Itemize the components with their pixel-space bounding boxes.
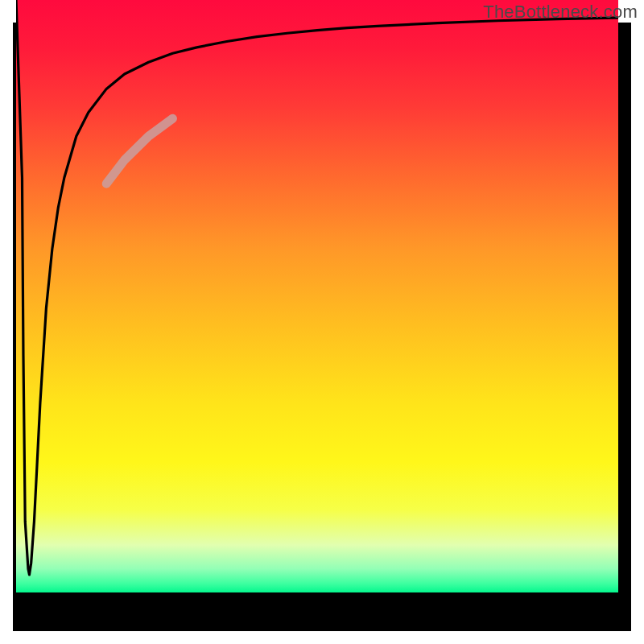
plot-area (16, 0, 618, 592)
highlight-segment (106, 118, 172, 184)
watermark-text: TheBottleneck.com (483, 2, 638, 23)
curve-svg (16, 0, 618, 592)
bottleneck-curve (16, 0, 618, 575)
chart-container: TheBottleneck.com (0, 0, 644, 644)
